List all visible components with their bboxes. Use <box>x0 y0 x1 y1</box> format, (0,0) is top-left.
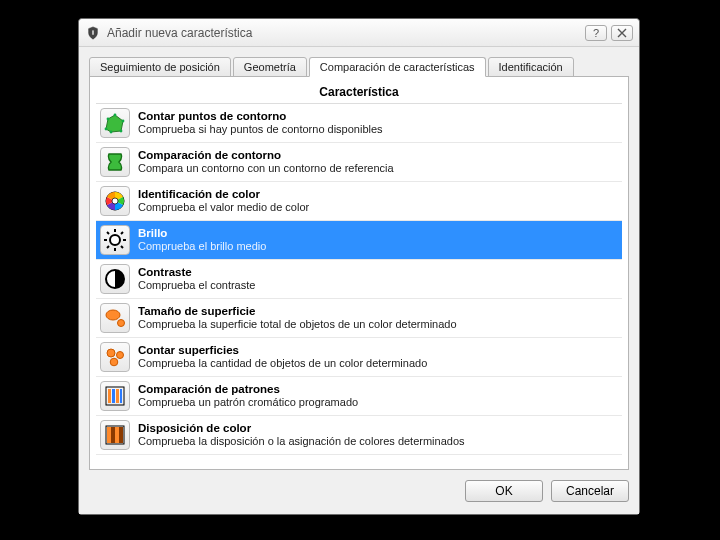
brightness-icon <box>100 225 130 255</box>
svg-rect-27 <box>116 389 119 403</box>
help-button[interactable]: ? <box>585 25 607 41</box>
item-desc: Comprueba el brillo medio <box>138 240 266 254</box>
svg-point-22 <box>117 352 124 359</box>
item-desc: Comprueba un patrón cromático programado <box>138 396 358 410</box>
svg-rect-0 <box>92 30 94 34</box>
svg-rect-32 <box>115 427 119 443</box>
item-desc: Comprueba la superficie total de objetos… <box>138 318 457 332</box>
item-name: Identificación de color <box>138 187 309 201</box>
item-name: Comparación de patrones <box>138 382 358 396</box>
item-name: Disposición de color <box>138 421 465 435</box>
svg-rect-31 <box>111 427 115 443</box>
list-item[interactable]: Comparación de patrones Comprueba un pat… <box>96 377 622 416</box>
surface-size-icon <box>100 303 130 333</box>
svg-point-2 <box>107 118 110 121</box>
svg-line-16 <box>121 232 123 234</box>
item-name: Contraste <box>138 265 255 279</box>
item-name: Contar superficies <box>138 343 427 357</box>
app-icon <box>85 25 101 41</box>
cancel-button[interactable]: Cancelar <box>551 480 629 502</box>
contour-points-icon <box>100 108 130 138</box>
item-desc: Comprueba la disposición o la asignación… <box>138 435 465 449</box>
contour-compare-icon <box>100 147 130 177</box>
tab-geometria[interactable]: Geometría <box>233 57 307 77</box>
dialog-buttons: OK Cancelar <box>89 470 629 502</box>
svg-point-6 <box>110 131 113 134</box>
svg-rect-25 <box>108 389 111 403</box>
item-name: Tamaño de superficie <box>138 304 457 318</box>
list-item[interactable]: Brillo Comprueba el brillo medio <box>96 221 622 260</box>
titlebar: Añadir nueva característica ? <box>79 19 639 47</box>
svg-rect-33 <box>119 427 123 443</box>
content-area: Seguimiento de posición Geometría Compar… <box>79 47 639 514</box>
svg-rect-30 <box>107 427 111 443</box>
window-title: Añadir nueva característica <box>107 26 581 40</box>
color-id-icon <box>100 186 130 216</box>
list-item[interactable]: Disposición de color Comprueba la dispos… <box>96 416 622 455</box>
list-item[interactable]: Contar puntos de contorno Comprueba si h… <box>96 104 622 143</box>
list-item[interactable]: Comparación de contorno Compara un conto… <box>96 143 622 182</box>
dialog-window: Añadir nueva característica ? Seguimient… <box>78 18 640 515</box>
svg-rect-26 <box>112 389 115 403</box>
item-desc: Comprueba la cantidad de objetos de un c… <box>138 357 427 371</box>
item-desc: Comprueba el valor medio de color <box>138 201 309 215</box>
item-desc: Compara un contorno con un contorno de r… <box>138 162 394 176</box>
svg-point-3 <box>114 114 117 117</box>
svg-rect-28 <box>120 389 122 403</box>
list-item[interactable]: Identificación de color Comprueba el val… <box>96 182 622 221</box>
svg-point-23 <box>110 358 118 366</box>
item-name: Contar puntos de contorno <box>138 109 383 123</box>
svg-point-8 <box>112 198 118 204</box>
svg-point-21 <box>107 349 115 357</box>
svg-point-5 <box>120 130 123 133</box>
svg-point-19 <box>106 310 120 320</box>
list-item[interactable]: Tamaño de superficie Comprueba la superf… <box>96 299 622 338</box>
item-name: Brillo <box>138 226 266 240</box>
tabstrip: Seguimiento de posición Geometría Compar… <box>89 57 629 77</box>
tab-seguimiento[interactable]: Seguimiento de posición <box>89 57 231 77</box>
tab-panel: Característica Contar puntos de contorno… <box>89 76 629 470</box>
list-filler <box>96 455 622 463</box>
pattern-compare-icon <box>100 381 130 411</box>
svg-line-15 <box>121 246 123 248</box>
item-name: Comparación de contorno <box>138 148 394 162</box>
count-surfaces-icon <box>100 342 130 372</box>
svg-line-14 <box>107 232 109 234</box>
svg-point-4 <box>122 120 125 123</box>
color-layout-icon <box>100 420 130 450</box>
svg-line-17 <box>107 246 109 248</box>
svg-point-9 <box>110 235 120 245</box>
contrast-icon <box>100 264 130 294</box>
item-desc: Comprueba el contraste <box>138 279 255 293</box>
ok-button[interactable]: OK <box>465 480 543 502</box>
list-item[interactable]: Contraste Comprueba el contraste <box>96 260 622 299</box>
list-item[interactable]: Contar superficies Comprueba la cantidad… <box>96 338 622 377</box>
tab-identificacion[interactable]: Identificación <box>488 57 574 77</box>
close-button[interactable] <box>611 25 633 41</box>
tab-comparacion[interactable]: Comparación de características <box>309 57 486 77</box>
column-header: Característica <box>96 83 622 103</box>
item-desc: Comprueba si hay puntos de contorno disp… <box>138 123 383 137</box>
svg-point-20 <box>118 320 125 327</box>
svg-point-1 <box>105 128 108 131</box>
feature-list: Contar puntos de contorno Comprueba si h… <box>96 103 622 463</box>
